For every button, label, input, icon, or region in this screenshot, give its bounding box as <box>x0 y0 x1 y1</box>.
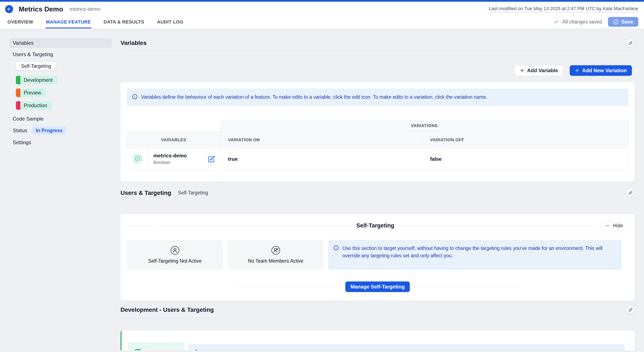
save-area: All changes saved Save <box>554 15 638 28</box>
sidebar-item-code-sample[interactable]: Code Sample <box>13 116 119 122</box>
variation-off-value[interactable]: false <box>422 148 628 170</box>
info-icon <box>194 350 199 350</box>
self-targeting-card-title: Self-Targeting <box>351 222 400 229</box>
edit-variable-button[interactable] <box>207 155 216 164</box>
sidebar-item-users-targeting[interactable]: Users & Targeting <box>13 52 119 57</box>
arrow-left-icon <box>7 7 12 11</box>
team-members-status-label: No Team Members Active <box>248 258 304 264</box>
users-targeting-context: Self-Targeting <box>178 190 208 196</box>
hide-button[interactable]: Hide <box>600 221 628 230</box>
table-row: metrics-demo Boolean true <box>127 148 628 170</box>
development-info-banner: Use targeting rules to configure who wil… <box>188 344 625 350</box>
tab-bar: OVERVIEW MANAGE FEATURE DATA & RESULTS A… <box>7 15 196 28</box>
check-circle-icon <box>613 19 619 25</box>
variables-info-banner: Variables define the behaviour of each v… <box>127 89 628 106</box>
team-members-status-tile: No Team Members Active <box>228 240 324 270</box>
sidebar-item-settings[interactable]: Settings <box>13 140 119 145</box>
self-targeting-info-banner: Use this section to target yourself, wit… <box>328 240 622 270</box>
development-section-link-button[interactable] <box>626 306 634 314</box>
column-header-variation-on: VARIATION ON <box>220 132 422 148</box>
tab-data-results[interactable]: DATA & RESULTS <box>103 15 145 28</box>
manage-self-targeting-label: Manage Self-Targeting <box>350 284 405 290</box>
sidebar-item-variables[interactable]: Variables <box>9 38 112 48</box>
variation-on-value[interactable]: true <box>220 148 422 170</box>
environment-color-swatch <box>16 101 20 110</box>
save-button[interactable]: Save <box>608 17 638 27</box>
environment-label: Development <box>20 77 57 83</box>
variable-name: metrics-demo <box>153 153 187 159</box>
user-plus-icon <box>271 245 281 255</box>
plus-icon <box>575 68 580 73</box>
manage-self-targeting-button[interactable]: Manage Self-Targeting <box>345 281 410 292</box>
link-icon <box>628 308 632 312</box>
variables-section-header: Variables <box>120 29 635 51</box>
variations-group-header: VARIATIONS <box>220 120 628 132</box>
environment-color-swatch <box>16 89 20 97</box>
tab-audit-log[interactable]: AUDIT LOG <box>156 15 184 28</box>
tab-overview[interactable]: OVERVIEW <box>7 15 34 28</box>
variables-actions: Add Variable Add New Variation <box>120 65 635 76</box>
plus-icon <box>520 68 524 73</box>
users-targeting-section-header: Users & Targeting Self-Targeting <box>120 181 635 202</box>
variable-name-cell: metrics-demo Boolean <box>148 148 220 170</box>
sidebar-item-status: Status In Progress <box>13 126 119 135</box>
minus-icon <box>606 223 610 228</box>
self-targeting-status-tile: Self-Targeting Not Active <box>127 240 223 270</box>
variables-info-text: Variables define the behaviour of each v… <box>141 93 488 101</box>
info-icon <box>132 94 138 100</box>
variable-icon-cell <box>127 148 148 170</box>
info-icon <box>333 245 339 251</box>
self-targeting-status-row: Self-Targeting Not Active No Team Member… <box>127 240 628 270</box>
self-targeting-info-text: Use this section to target yourself, wit… <box>342 245 616 260</box>
user-icon <box>170 245 180 255</box>
page-title: Metrics Demo <box>19 5 63 13</box>
status-badge: In Progress <box>32 126 66 135</box>
environment-label: Preview <box>20 90 46 96</box>
sidebar-item-self-targeting[interactable]: Self-Targeting <box>16 62 56 70</box>
users-targeting-link-button[interactable] <box>626 189 634 197</box>
status-label[interactable]: Status <box>13 128 27 133</box>
column-header-variables: VARIABLES <box>127 132 220 148</box>
top-accent-bar <box>0 0 644 2</box>
add-new-variation-label: Add New Variation <box>582 68 627 73</box>
add-variable-label: Add Variable <box>527 68 558 73</box>
last-modified-text[interactable]: Last modified on Tue May 13 2025 at 2:47… <box>489 6 638 12</box>
sidebar-item-environment-production[interactable]: Production <box>16 101 52 110</box>
development-info-text: Use targeting rules to configure who wil… <box>202 349 381 350</box>
tab-manage-feature[interactable]: MANAGE FEATURE <box>46 15 91 28</box>
self-targeting-card: Self-Targeting Hide Self-Target <box>120 214 635 301</box>
add-new-variation-button[interactable]: Add New Variation <box>570 65 632 76</box>
saved-status-text: All changes saved <box>562 19 602 25</box>
environment-label: Production <box>20 103 52 108</box>
users-targeting-title: Users & Targeting <box>120 189 171 197</box>
variables-section-title: Variables <box>120 39 146 47</box>
header-tabs-row: OVERVIEW MANAGE FEATURE DATA & RESULTS A… <box>0 15 644 28</box>
targeting-toggle[interactable] <box>133 349 147 350</box>
header: Metrics Demo metrics-demo Last modified … <box>0 2 644 29</box>
header-title-row: Metrics Demo metrics-demo Last modified … <box>0 2 644 15</box>
environment-color-swatch <box>16 76 20 84</box>
save-button-label: Save <box>621 19 633 25</box>
divider-line <box>414 287 522 287</box>
toggle-knob <box>139 349 148 350</box>
sidebar: Variables Users & Targeting Self-Targeti… <box>0 29 119 350</box>
targeting-toggle-tile: Targeting ON <box>128 342 184 350</box>
self-targeting-status-label: Self-Targeting Not Active <box>148 258 202 264</box>
app-window: Metrics Demo metrics-demo Last modified … <box>0 0 644 352</box>
development-section-title: Development - Users & Targeting <box>120 306 214 314</box>
sidebar-item-environment-development[interactable]: Development <box>16 76 57 84</box>
back-button[interactable] <box>5 5 13 13</box>
variable-status-icon <box>132 154 142 164</box>
self-targeting-title-row: Self-Targeting Hide <box>127 221 628 230</box>
variables-table: VARIATIONS VARIABLES VARIATION ON VARIAT… <box>127 120 628 170</box>
variable-type: Boolean <box>153 160 187 165</box>
hide-button-label: Hide <box>613 223 623 228</box>
feature-key: metrics-demo <box>70 6 100 12</box>
sidebar-item-environment-preview[interactable]: Preview <box>16 89 46 97</box>
variables-section-link-button[interactable] <box>626 39 634 47</box>
content: Variables Users & Targeting Self-Targeti… <box>0 29 644 350</box>
add-variable-button[interactable]: Add Variable <box>514 65 563 76</box>
link-icon <box>628 41 632 45</box>
development-section-header: Development - Users & Targeting <box>120 301 635 319</box>
variables-card: Variables define the behaviour of each v… <box>120 82 635 181</box>
